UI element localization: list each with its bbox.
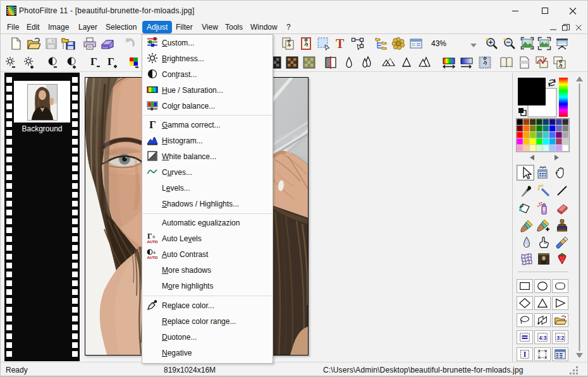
svg-text:AUTO: AUTO [147, 240, 158, 244]
svg-text:Γ: Γ [90, 56, 97, 68]
svg-text:±: ± [153, 249, 156, 255]
svg-text:4:3: 4:3 [539, 335, 547, 341]
svg-text:AUTO: AUTO [147, 256, 158, 260]
svg-text:3:2: 3:2 [557, 335, 565, 341]
svg-text:Γ: Γ [107, 56, 114, 68]
svg-text:T: T [336, 37, 345, 51]
svg-text:±: ± [152, 234, 156, 239]
svg-text:I: I [524, 350, 527, 359]
svg-text:Γ: Γ [149, 119, 156, 130]
